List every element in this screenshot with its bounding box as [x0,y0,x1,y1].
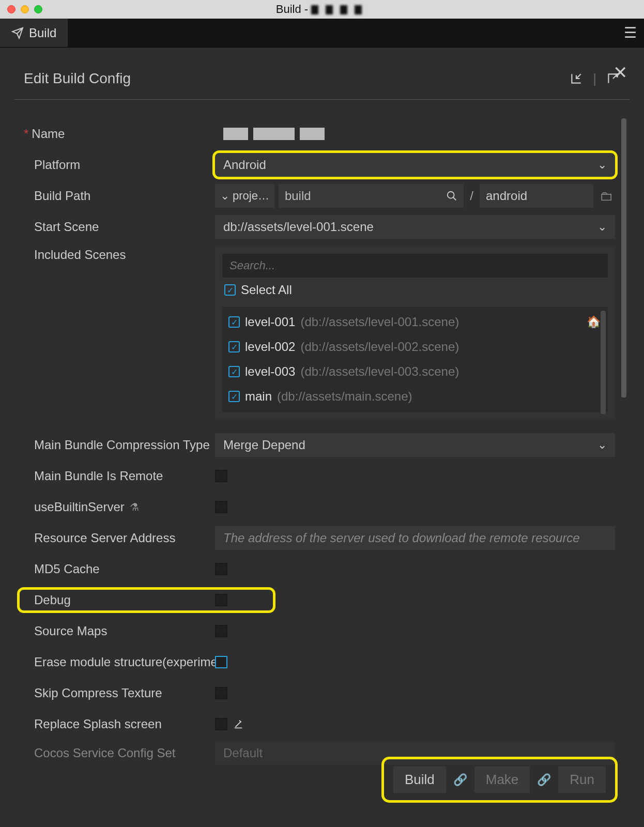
scene-name: main [245,389,272,404]
use-builtin-checkbox[interactable] [215,501,227,513]
run-button[interactable]: Run [558,767,606,793]
replace-splash-label: Replace Splash screen [34,717,162,731]
chevron-down-icon: ⌄ [597,220,607,234]
link-icon: 🔗 [453,773,467,787]
service-config-label: Cocos Service Config Set [34,746,175,760]
scene-path: (db://assets/level-001.scene) [300,315,459,329]
platform-select[interactable]: Android ⌄ [215,153,615,177]
panel-scrollbar[interactable] [621,118,626,418]
scene-checkbox[interactable]: ✓ [228,341,240,353]
panel-title: Edit Build Config [24,70,131,87]
build-path-label: Build Path [34,189,90,203]
use-builtin-label: useBuiltinServer [34,500,125,514]
build-path-input[interactable]: build [279,184,464,208]
tab-build-label: Build [29,26,56,40]
footer-highlight: Build 🔗 Make 🔗 Run [384,759,615,800]
macos-titlebar: Build - [0,0,644,19]
row-md5: MD5 Cache [24,554,615,585]
build-path-root-select[interactable]: ⌄ proje… [215,184,274,208]
scene-row[interactable]: ✓ level-003 (db://assets/level-003.scene… [226,359,604,384]
row-skip-compress: Skip Compress Texture [24,678,615,709]
edit-splash-button[interactable] [233,718,244,730]
close-window-button[interactable] [7,5,16,13]
source-maps-checkbox[interactable] [215,625,227,637]
name-label: Name [32,127,65,141]
home-icon: 🏠 [587,315,601,329]
row-source-maps: Source Maps [24,616,615,647]
erase-module-label: Erase module structure(experime [34,655,215,669]
divider: | [593,71,596,87]
scenes-list: ✓ level-001 (db://assets/level-001.scene… [222,307,608,412]
header-strip: Build ☰ [0,19,644,48]
window-title-redacted [311,5,368,14]
required-asterisk: * [24,127,28,141]
row-replace-splash: Replace Splash screen [24,709,615,740]
scene-checkbox[interactable]: ✓ [228,316,240,328]
replace-splash-checkbox[interactable] [215,718,227,730]
platform-value: Android [223,158,266,172]
path-separator: / [468,189,476,203]
debug-checkbox[interactable] [215,594,227,606]
resource-server-input[interactable] [215,526,615,550]
skip-compress-label: Skip Compress Texture [34,686,162,700]
compression-value: Merge Depend [223,438,305,452]
scene-checkbox[interactable]: ✓ [228,366,240,377]
maximize-window-button[interactable] [34,5,42,13]
search-icon[interactable] [446,190,457,202]
row-is-remote: Main Bundle Is Remote [24,461,615,492]
start-scene-label: Start Scene [34,220,99,234]
scene-name: level-003 [245,364,295,379]
scene-row[interactable]: ✓ main (db://assets/main.scene) [226,384,604,409]
paper-plane-icon [11,27,24,39]
platform-highlight: Android ⌄ [215,153,615,177]
debug-label: Debug [34,593,71,607]
scene-name: level-002 [245,340,295,354]
row-platform: Platform Android ⌄ [24,149,615,180]
panel-header: Edit Build Config | [14,62,630,100]
resource-server-label: Resource Server Address [34,531,175,545]
build-path-output-input[interactable]: android [480,184,593,208]
source-maps-label: Source Maps [34,624,107,638]
scene-path: (db://assets/level-003.scene) [300,364,459,379]
is-remote-label: Main Bundle Is Remote [34,469,163,483]
row-use-builtin: useBuiltinServer ⚗ [24,492,615,523]
select-all-label: Select All [241,283,292,297]
make-button[interactable]: Make [474,767,530,793]
is-remote-checkbox[interactable] [215,470,227,482]
erase-module-checkbox[interactable] [215,656,227,668]
build-config-panel: ✕ Edit Build Config | [14,62,630,813]
included-scenes-label: Included Scenes [34,248,126,262]
build-button[interactable]: Build [393,767,446,793]
row-name: *Name [24,118,615,149]
tab-build[interactable]: Build [0,19,68,47]
md5-label: MD5 Cache [34,562,100,576]
md5-checkbox[interactable] [215,563,227,575]
row-compression: Main Bundle Compression Type Merge Depen… [24,430,615,461]
select-all-checkbox[interactable]: ✓ [224,284,236,296]
scene-path: (db://assets/level-002.scene) [300,340,459,354]
compression-label: Main Bundle Compression Type [34,438,210,452]
scenes-search-input[interactable] [222,254,608,278]
row-resource-server: Resource Server Address [24,523,615,554]
scene-path: (db://assets/main.scene) [277,389,412,404]
row-build-path: Build Path ⌄ proje… build / android [24,180,615,211]
scene-row[interactable]: ✓ level-001 (db://assets/level-001.scene… [226,310,604,334]
chevron-down-icon: ⌄ [597,438,607,452]
beaker-icon: ⚗ [130,501,139,513]
row-included-scenes: Included Scenes ✓ Select All ✓ level-0 [24,242,615,430]
scene-row[interactable]: ✓ level-002 (db://assets/level-002.scene… [226,334,604,359]
hamburger-icon: ☰ [624,24,637,41]
folder-icon: 🗀 [600,188,613,204]
minimize-window-button[interactable] [21,5,29,13]
start-scene-select[interactable]: db://assets/level-001.scene ⌄ [215,215,615,239]
compression-select[interactable]: Merge Depend ⌄ [215,433,615,457]
scene-checkbox[interactable]: ✓ [228,391,240,402]
import-config-button[interactable] [569,71,584,86]
open-folder-button[interactable]: 🗀 [597,188,615,204]
debug-highlight: Debug [20,590,273,610]
skip-compress-checkbox[interactable] [215,687,227,699]
menu-button[interactable]: ☰ [616,19,644,47]
scene-name: level-001 [245,315,295,329]
service-config-value: Default [223,746,263,760]
close-panel-button[interactable]: ✕ [611,60,630,85]
